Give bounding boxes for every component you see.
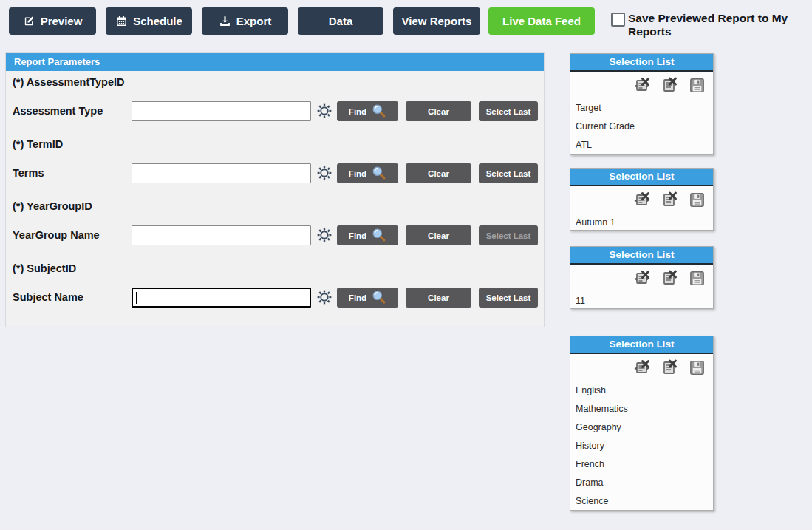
find-label: Find bbox=[349, 169, 366, 178]
live-data-feed-button[interactable]: Live Data Feed bbox=[488, 7, 595, 35]
selection-list-toolbar bbox=[570, 265, 713, 290]
save-list-icon[interactable] bbox=[688, 76, 706, 95]
select-last-button[interactable]: Select Last bbox=[479, 288, 538, 308]
selection-list-panel: Selection List Autumn 1 bbox=[570, 168, 714, 231]
clear-button[interactable]: Clear bbox=[406, 288, 471, 308]
field-label: Assessment Type bbox=[13, 101, 103, 121]
list-item[interactable]: Current Grade bbox=[570, 117, 713, 135]
param-field-row: Subject Name Find Clear Select Last bbox=[6, 288, 544, 308]
gear-icon[interactable] bbox=[316, 227, 332, 246]
list-item[interactable]: Autumn 1 bbox=[570, 213, 713, 231]
schedule-button[interactable]: Schedule bbox=[106, 7, 192, 35]
terms-input[interactable] bbox=[132, 163, 311, 183]
toolbar-button-label: Export bbox=[236, 15, 272, 27]
gear-icon[interactable] bbox=[316, 103, 332, 122]
save-list-icon[interactable] bbox=[688, 191, 706, 209]
magnifier-icon bbox=[371, 289, 386, 306]
remove-from-list-icon[interactable] bbox=[633, 75, 652, 95]
selection-list-toolbar bbox=[570, 72, 713, 97]
list-item[interactable]: 11 bbox=[570, 291, 713, 310]
save-previewed-report-label: Save Previewed Report to My Reports bbox=[628, 12, 812, 38]
selection-list-header: Selection List bbox=[570, 336, 713, 354]
param-id-label: (*) YearGroupID bbox=[13, 200, 92, 212]
field-label: Subject Name bbox=[13, 288, 83, 308]
export-button[interactable]: Export bbox=[202, 7, 288, 35]
list-item[interactable]: Science bbox=[570, 492, 713, 510]
download-icon bbox=[219, 15, 231, 27]
yeargroup-name-input[interactable] bbox=[132, 225, 311, 245]
toolbar-button-label: Live Data Feed bbox=[502, 15, 581, 27]
text-caret bbox=[136, 292, 137, 304]
param-field-row: Assessment Type Find Clear Select Last bbox=[6, 101, 544, 121]
selection-list-toolbar bbox=[570, 354, 713, 379]
edit-icon bbox=[23, 15, 35, 27]
find-button[interactable]: Find bbox=[337, 101, 398, 121]
toolbar-button-label: Schedule bbox=[133, 15, 182, 27]
find-button[interactable]: Find bbox=[337, 288, 398, 308]
field-label: YearGroup Name bbox=[13, 225, 100, 245]
selection-list-header: Selection List bbox=[570, 169, 713, 186]
report-parameters-panel: Report Parameters (*) AssessmentTypeID A… bbox=[5, 52, 545, 327]
clear-button[interactable]: Clear bbox=[406, 101, 471, 121]
save-list-icon[interactable] bbox=[688, 359, 706, 377]
magnifier-icon bbox=[371, 227, 386, 244]
find-label: Find bbox=[349, 293, 366, 302]
list-item[interactable]: Target bbox=[570, 98, 713, 117]
selection-list-header: Selection List bbox=[570, 54, 713, 72]
gear-icon[interactable] bbox=[316, 165, 332, 184]
subject-name-input[interactable] bbox=[132, 288, 311, 308]
toolbar-button-label: Data bbox=[329, 15, 353, 27]
remove-from-list-icon[interactable] bbox=[633, 190, 652, 209]
select-last-button: Select Last bbox=[479, 225, 538, 245]
data-button[interactable]: Data bbox=[298, 7, 383, 35]
list-item[interactable]: Mathematics bbox=[570, 399, 713, 418]
magnifier-icon bbox=[371, 103, 386, 120]
clear-list-icon[interactable] bbox=[661, 190, 680, 209]
selection-list-header: Selection List bbox=[570, 247, 713, 265]
find-label: Find bbox=[349, 231, 366, 240]
magnifier-icon bbox=[371, 165, 386, 182]
select-last-button[interactable]: Select Last bbox=[479, 163, 538, 183]
field-label: Terms bbox=[13, 163, 44, 183]
find-button[interactable]: Find bbox=[337, 163, 398, 183]
toolbar-button-label: View Reports bbox=[402, 15, 472, 27]
view-reports-button[interactable]: View Reports bbox=[393, 7, 480, 35]
clear-button[interactable]: Clear bbox=[406, 163, 471, 183]
report-parameters-header: Report Parameters bbox=[6, 53, 544, 71]
param-id-label: (*) AssessmentTypeID bbox=[13, 76, 125, 88]
clear-list-icon[interactable] bbox=[661, 75, 680, 95]
list-item[interactable]: History bbox=[570, 436, 713, 455]
selection-list-panel: Selection List Target Current Grade ATL bbox=[570, 53, 714, 155]
remove-from-list-icon[interactable] bbox=[633, 358, 652, 377]
list-item[interactable]: English bbox=[570, 381, 713, 399]
gear-icon[interactable] bbox=[316, 289, 332, 308]
preview-button[interactable]: Preview bbox=[9, 7, 96, 35]
param-field-row: Terms Find Clear Select Last bbox=[6, 163, 544, 183]
report-builder-screen: Preview Schedule Export Data bbox=[0, 0, 812, 530]
remove-from-list-icon[interactable] bbox=[633, 268, 652, 288]
param-field-row: YearGroup Name Find Clear Select Last bbox=[6, 225, 544, 245]
clear-list-icon[interactable] bbox=[661, 268, 680, 288]
select-last-button[interactable]: Select Last bbox=[479, 101, 538, 121]
clear-list-icon[interactable] bbox=[661, 358, 680, 377]
find-label: Find bbox=[349, 107, 366, 116]
calendar-icon bbox=[115, 15, 128, 27]
save-previewed-report-checkbox[interactable] bbox=[611, 13, 625, 27]
list-item[interactable]: Drama bbox=[570, 473, 713, 492]
list-item[interactable]: French bbox=[570, 455, 713, 473]
find-button[interactable]: Find bbox=[337, 225, 398, 245]
list-item[interactable]: ATL bbox=[570, 135, 713, 154]
selection-list-toolbar bbox=[570, 186, 713, 211]
toolbar-button-label: Preview bbox=[41, 15, 83, 27]
assessment-type-input[interactable] bbox=[132, 101, 311, 121]
clear-button[interactable]: Clear bbox=[406, 225, 471, 245]
selection-list-panel: Selection List English Mathematics Geogr… bbox=[570, 336, 714, 511]
selection-list-panel: Selection List 11 bbox=[570, 246, 714, 309]
list-item[interactable]: Geography bbox=[570, 418, 713, 436]
save-list-icon[interactable] bbox=[688, 269, 706, 288]
param-id-label: (*) TermID bbox=[13, 138, 63, 150]
param-id-label: (*) SubjectID bbox=[13, 262, 76, 274]
